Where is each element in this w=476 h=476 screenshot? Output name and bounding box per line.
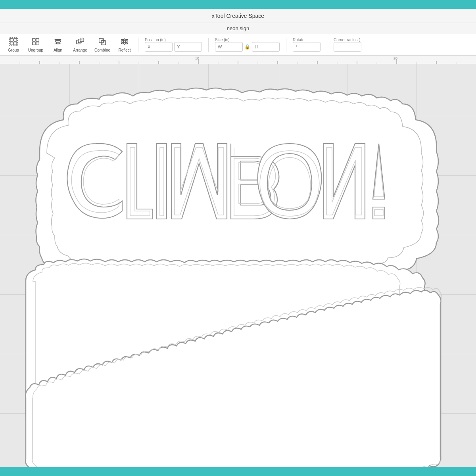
w-input[interactable] xyxy=(215,42,243,52)
corner-radius-label: Corner radius ( xyxy=(334,38,360,42)
y-input[interactable] xyxy=(174,42,202,52)
position-section: Position (in) xyxy=(145,38,202,52)
svg-rect-5 xyxy=(33,38,35,41)
title-bar: xTool Creative Space xyxy=(0,9,476,23)
design-canvas[interactable] xyxy=(0,64,476,467)
size-inputs: 🔒 xyxy=(215,42,280,52)
svg-rect-3 xyxy=(14,42,17,44)
toolbar: Group Ungroup Align xyxy=(0,34,476,56)
svg-rect-10 xyxy=(56,40,61,42)
arrange-icon xyxy=(76,37,84,47)
align-label: Align xyxy=(54,48,62,52)
position-label: Position (in) xyxy=(145,38,166,42)
svg-rect-8 xyxy=(36,42,39,44)
svg-rect-4 xyxy=(10,37,17,45)
align-tool[interactable]: Align xyxy=(48,36,68,54)
toolbar-divider-2 xyxy=(208,38,209,52)
climb-on-group[interactable] xyxy=(36,88,439,281)
corner-radius-section: Corner radius ( xyxy=(334,38,361,52)
toolbar-divider-3 xyxy=(286,38,286,52)
reflect-tool[interactable]: Reflect xyxy=(114,36,135,54)
align-icon xyxy=(54,37,62,47)
app-title: xTool Creative Space xyxy=(212,13,264,19)
x-input[interactable] xyxy=(145,42,173,52)
svg-rect-1 xyxy=(14,38,17,41)
reflect-label: Reflect xyxy=(118,48,131,52)
toolbar-divider-4 xyxy=(327,38,327,52)
svg-text:20: 20 xyxy=(393,56,397,60)
ungroup-icon xyxy=(31,37,40,47)
rotate-input[interactable] xyxy=(293,42,321,52)
rotate-label: Rotate xyxy=(293,38,304,42)
combine-icon xyxy=(98,37,107,47)
arrange-label: Arrange xyxy=(73,48,87,52)
ruler: 10 20 xyxy=(0,56,476,64)
document-name: neon sign xyxy=(227,25,249,31)
arrange-tool[interactable]: Arrange xyxy=(70,36,90,54)
size-label: Size (in) xyxy=(215,38,230,42)
svg-text:10: 10 xyxy=(195,56,199,60)
toolbar-divider-1 xyxy=(138,38,138,52)
doc-name-bar: neon sign xyxy=(0,23,476,34)
position-inputs xyxy=(145,42,202,52)
svg-rect-0 xyxy=(10,38,13,41)
group-icon xyxy=(9,37,18,47)
combine-tool[interactable]: Combine xyxy=(92,36,113,54)
rotate-inputs xyxy=(293,42,321,52)
top-bar xyxy=(0,0,476,9)
ungroup-tool[interactable]: Ungroup xyxy=(25,36,46,54)
svg-rect-2 xyxy=(10,42,13,44)
svg-rect-7 xyxy=(33,42,35,44)
corner-radius-inputs xyxy=(334,42,361,52)
combine-label: Combine xyxy=(94,48,110,52)
canvas-area[interactable] xyxy=(0,64,476,467)
corner-radius-input[interactable] xyxy=(334,42,361,52)
svg-rect-12 xyxy=(56,42,59,44)
rotate-section: Rotate xyxy=(293,38,321,52)
ungroup-label: Ungroup xyxy=(28,48,43,52)
h-input[interactable] xyxy=(252,42,280,52)
group-label: Group xyxy=(8,48,19,52)
reflect-icon xyxy=(120,37,129,47)
group-tool[interactable]: Group xyxy=(3,36,24,54)
lock-icon[interactable]: 🔒 xyxy=(244,44,250,50)
size-section: Size (in) 🔒 xyxy=(215,38,280,52)
bottom-bar xyxy=(0,467,476,476)
svg-rect-6 xyxy=(36,38,39,41)
